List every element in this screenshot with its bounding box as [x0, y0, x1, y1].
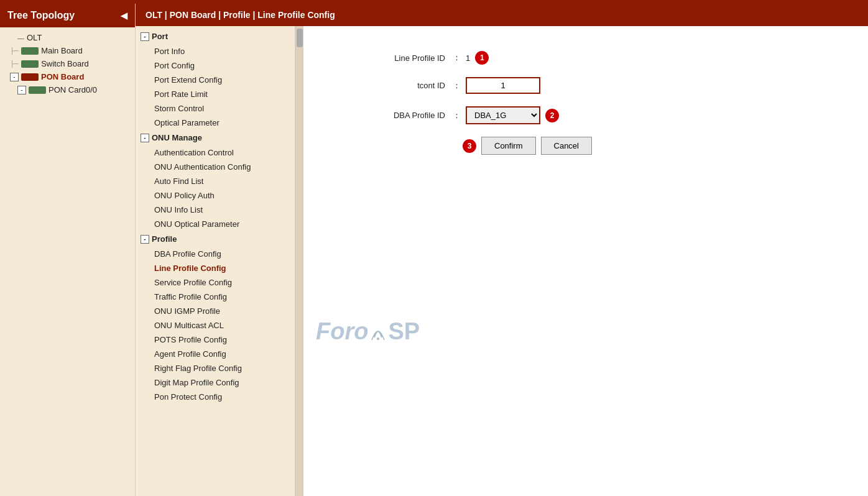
nav-item-pon-protect-config[interactable]: Pon Protect Config: [136, 390, 295, 404]
dba-profile-id-label: DBA Profile ID: [341, 111, 453, 120]
line-profile-id-colon: ：: [453, 52, 461, 63]
profile-expand-btn[interactable]: -: [141, 235, 149, 244]
nav-item-onu-optical-parameter[interactable]: ONU Optical Parameter: [136, 217, 295, 231]
tcont-id-input[interactable]: [466, 77, 540, 94]
breadcrumb: OLT | PON Board | Profile | Line Profile…: [136, 4, 868, 26]
sidebar-title: Tree Topology: [7, 10, 75, 21]
main-panel: Line Profile ID ： 1 1 tcont ID ： DBA Pro…: [303, 26, 868, 496]
dba-profile-id-select[interactable]: DBA_1G DBA_2G DBA_512M: [466, 106, 540, 124]
profile-section-label: Profile: [152, 234, 177, 244]
sidebar-collapse-arrow[interactable]: ◀: [121, 11, 127, 21]
nav-item-right-flag-profile-config[interactable]: Right Flag Profile Config: [136, 361, 295, 375]
nav-item-onu-auth-config[interactable]: ONU Authentication Config: [136, 160, 295, 174]
onu-manage-section-label: ONU Manage: [152, 133, 202, 142]
pon-card-icon: [29, 86, 46, 94]
nav-item-onu-multicast-acl[interactable]: ONU Multicast ACL: [136, 318, 295, 333]
sidebar-tree: — OLT ├─ Main Board ├─ Switch Board - PO…: [0, 27, 135, 496]
nav-item-onu-policy-auth[interactable]: ONU Policy Auth: [136, 188, 295, 203]
sidebar-item-olt[interactable]: — OLT: [0, 31, 135, 44]
sidebar-header: Tree Topology ◀: [0, 4, 135, 27]
tcont-id-row: tcont ID ：: [341, 77, 831, 94]
nav-item-port-rate-limit[interactable]: Port Rate Limit: [136, 87, 295, 101]
form-container: Line Profile ID ： 1 1 tcont ID ： DBA Pro…: [316, 39, 856, 180]
nav-item-optical-parameter[interactable]: Optical Parameter: [136, 116, 295, 130]
nav-item-storm-control[interactable]: Storm Control: [136, 101, 295, 116]
switch-board-label: Switch Board: [41, 59, 89, 68]
pon-card-expand[interactable]: -: [17, 86, 26, 94]
profile-section-header[interactable]: - Profile: [136, 231, 295, 247]
line-profile-id-row: Line Profile ID ： 1 1: [341, 51, 831, 65]
nav-item-traffic-profile-config[interactable]: Traffic Profile Config: [136, 290, 295, 304]
step2-badge: 2: [545, 109, 559, 122]
logo: Foro SP: [316, 318, 420, 345]
pon-board-expand[interactable]: -: [10, 73, 19, 81]
logo-signal-icon: [369, 320, 387, 344]
nav-item-agent-profile-config[interactable]: Agent Profile Config: [136, 347, 295, 361]
svg-point-0: [377, 338, 379, 340]
dba-profile-id-row: DBA Profile ID ： DBA_1G DBA_2G DBA_512M …: [341, 106, 831, 124]
olt-label: OLT: [27, 33, 42, 42]
sidebar-item-pon-board[interactable]: - PON Board: [0, 70, 135, 83]
breadcrumb-text: OLT | PON Board | Profile | Line Profile…: [145, 10, 335, 20]
nav-scrollbar[interactable]: [295, 26, 303, 496]
line-profile-id-value: 1: [466, 53, 470, 63]
nav-item-pots-profile-config[interactable]: POTS Profile Config: [136, 333, 295, 347]
nav-section-port: - Port Port Info Port Config Port Extend…: [136, 29, 295, 130]
switch-board-icon: [21, 60, 39, 68]
nav-item-line-profile-config[interactable]: Line Profile Config: [136, 261, 295, 275]
tcont-id-label: tcont ID: [341, 81, 453, 90]
pon-card-label: PON Card0/0: [48, 85, 97, 94]
logo-foro: Foro: [316, 318, 368, 345]
left-nav: - Port Port Info Port Config Port Extend…: [136, 26, 295, 496]
nav-section-profile: - Profile DBA Profile Config Line Profil…: [136, 231, 295, 404]
step3-wrapper: 3 Confirm Cancel: [463, 137, 592, 155]
pon-board-icon: [21, 73, 39, 81]
pon-board-label: PON Board: [41, 72, 84, 81]
nav-scrollbar-thumb[interactable]: [297, 29, 303, 47]
form-buttons-row: 3 Confirm Cancel: [463, 137, 831, 155]
line-profile-id-label: Line Profile ID: [341, 53, 453, 63]
nav-item-dba-profile-config[interactable]: DBA Profile Config: [136, 247, 295, 261]
sidebar-item-main-board[interactable]: ├─ Main Board: [0, 44, 135, 57]
nav-item-onu-info-list[interactable]: ONU Info List: [136, 203, 295, 217]
nav-item-service-profile-config[interactable]: Service Profile Config: [136, 275, 295, 290]
nav-item-onu-igmp-profile[interactable]: ONU IGMP Profile: [136, 304, 295, 318]
tcont-id-colon: ：: [453, 80, 461, 91]
confirm-button[interactable]: Confirm: [481, 137, 536, 155]
port-section-header[interactable]: - Port: [136, 29, 295, 44]
logo-isp: SP: [388, 318, 420, 345]
sidebar-item-switch-board[interactable]: ├─ Switch Board: [0, 57, 135, 70]
dba-profile-id-colon: ：: [453, 110, 461, 121]
port-section-label: Port: [152, 32, 168, 41]
nav-item-port-info[interactable]: Port Info: [136, 44, 295, 58]
port-expand-btn[interactable]: -: [141, 32, 149, 41]
cancel-button[interactable]: Cancel: [541, 137, 592, 155]
onu-manage-expand-btn[interactable]: -: [141, 134, 149, 142]
nav-item-digit-map-profile-config[interactable]: Digit Map Profile Config: [136, 375, 295, 390]
nav-item-port-extend-config[interactable]: Port Extend Config: [136, 73, 295, 87]
step3-badge: 3: [463, 139, 476, 153]
nav-item-authentication-control[interactable]: Authentication Control: [136, 145, 295, 160]
logo-area: Foro SP: [316, 180, 420, 484]
onu-manage-section-header[interactable]: - ONU Manage: [136, 130, 295, 145]
main-board-icon: [21, 47, 39, 55]
step1-badge: 1: [475, 51, 489, 65]
nav-item-auto-find-list[interactable]: Auto Find List: [136, 174, 295, 188]
sidebar-item-pon-card[interactable]: - PON Card0/0: [0, 83, 135, 96]
main-board-label: Main Board: [41, 46, 82, 55]
nav-item-port-config[interactable]: Port Config: [136, 58, 295, 73]
nav-section-onu-manage: - ONU Manage Authentication Control ONU …: [136, 130, 295, 231]
